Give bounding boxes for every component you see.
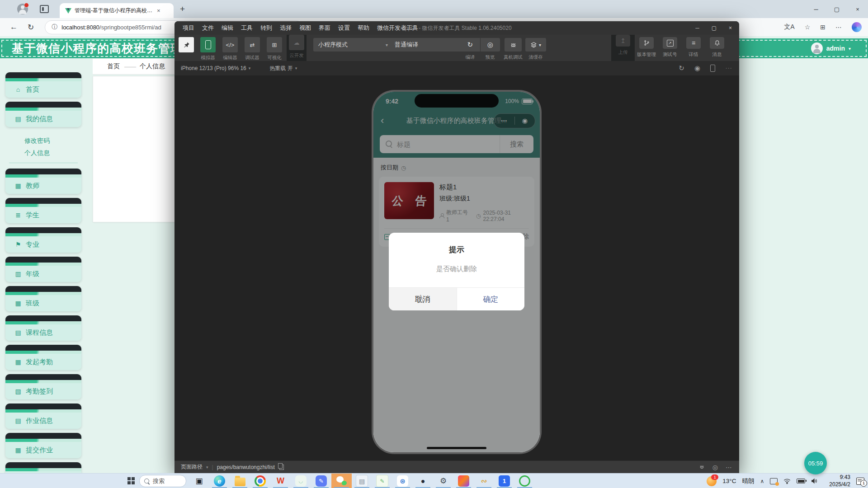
taskbar-app-icon[interactable]: W — [270, 474, 291, 488]
device-selector[interactable]: iPhone 12/13 (Pro) 96% 16 — [181, 65, 246, 71]
menu-item[interactable]: 设置 — [338, 24, 350, 32]
simulator-refresh-icon[interactable]: ↻ — [679, 64, 684, 72]
editor-tool[interactable]: </> 编辑器 — [220, 37, 240, 61]
battery-tray-icon[interactable] — [797, 479, 805, 483]
sidebar-item[interactable]: ▤ 课程信息 — [5, 315, 81, 341]
details-tool[interactable]: ≡ 详情 — [682, 37, 705, 58]
menu-item[interactable]: 帮助 — [358, 24, 369, 32]
device-frame-icon[interactable] — [710, 65, 715, 72]
taskbar-app-icon[interactable]: ✎ — [372, 474, 392, 488]
devtools-close-button[interactable]: × — [729, 25, 732, 31]
favorites-star-icon[interactable]: ☆ — [805, 23, 811, 31]
cloud-dev-tool[interactable]: ☁ 云开发 — [287, 35, 307, 61]
sidebar-item[interactable]: ▦ 教师 — [5, 169, 81, 194]
refresh-button[interactable]: ↻ — [28, 23, 34, 32]
taskbar-app-icon[interactable]: ⊛ — [392, 474, 413, 488]
sidebar-item[interactable]: ▤ 作业信息 — [5, 404, 81, 429]
taskbar-app-icon[interactable]: ▤ — [352, 474, 372, 488]
mode-dropdown[interactable]: 小程序模式 ▾ — [313, 38, 392, 52]
browser-minimize-button[interactable]: ─ — [806, 6, 826, 13]
simulator-more-icon[interactable]: ⋯ — [725, 64, 732, 72]
sidebar-item[interactable]: ▦ 班级 — [5, 286, 81, 311]
remote-debug-button[interactable] — [505, 38, 522, 52]
debugger-tool[interactable]: ⇄ 调试器 — [242, 37, 262, 61]
menu-item[interactable]: 转到 — [260, 24, 272, 32]
sidebar-item[interactable]: ▦ 提交作业 — [5, 433, 81, 458]
devtools-maximize-button[interactable]: ▢ — [712, 25, 717, 31]
taskbar-app-icon[interactable]: ⚙ — [433, 474, 453, 488]
user-menu[interactable]: admin ▾ — [811, 38, 851, 58]
weather-temp[interactable]: 13°C — [722, 478, 736, 484]
sidebar-item[interactable]: ▦ 发起考勤 — [5, 345, 81, 370]
workspaces-icon[interactable] — [40, 5, 49, 13]
version-manage-tool[interactable]: 版本管理 — [635, 37, 658, 58]
taskbar-app-icon[interactable] — [331, 474, 352, 488]
collections-icon[interactable]: ⊞ — [820, 23, 826, 31]
status-more-icon[interactable]: ⋯ — [726, 464, 732, 471]
taskbar-app-icon[interactable]: e — [209, 474, 230, 488]
confirm-button[interactable]: 确定 — [457, 288, 525, 310]
speaker-icon[interactable] — [811, 478, 817, 484]
sidebar-item[interactable]: ▧ 考勤签到 — [5, 374, 81, 399]
display-tray-icon[interactable] — [770, 478, 778, 484]
copilot-icon[interactable] — [852, 22, 862, 32]
browser-maximize-button[interactable]: ▢ — [826, 6, 847, 13]
taskbar-app-icon[interactable]: ◡ — [291, 474, 311, 488]
breadcrumb-home[interactable]: 首页 — [107, 62, 120, 70]
taskbar-clock[interactable]: 9:43 2025/4/2 — [829, 474, 850, 488]
menu-item[interactable]: 文件 — [202, 24, 214, 32]
pin-button[interactable] — [179, 37, 194, 52]
taskbar-app-icon[interactable]: ▣ — [189, 474, 209, 488]
sidebar-item[interactable]: ▥ 年级 — [5, 257, 81, 282]
weather-desc[interactable]: 晴朗 — [742, 477, 754, 485]
sidebar-item[interactable]: ⌂ 首页 — [5, 72, 81, 98]
browser-close-button[interactable]: × — [847, 6, 868, 13]
translate-icon[interactable]: 文A — [784, 23, 794, 31]
taskbar-app-icon[interactable]: 1 — [494, 474, 514, 488]
menu-item[interactable]: 视图 — [299, 24, 311, 32]
start-button[interactable] — [127, 477, 135, 484]
menu-item[interactable]: 选择 — [280, 24, 292, 32]
taskbar-app-icon[interactable] — [514, 474, 535, 488]
copy-icon[interactable] — [279, 465, 284, 470]
back-button[interactable]: ← — [10, 23, 18, 32]
clear-cache-button[interactable]: ▾ — [525, 38, 546, 52]
browser-profile-avatar[interactable] — [17, 4, 28, 14]
test-account-tool[interactable]: ↗ 测试号 — [658, 37, 682, 58]
page-path-label[interactable]: 页面路径 — [181, 463, 203, 471]
sidebar-item[interactable]: ≣ 学生 — [5, 198, 81, 223]
tab-close-icon[interactable]: × — [157, 7, 160, 14]
compile-mode-dropdown[interactable]: 普通编译 ▾ — [390, 38, 467, 52]
menu-item[interactable]: 微信开发者工具 — [377, 24, 418, 32]
upload-tool[interactable]: ↥ 上传 — [611, 35, 635, 61]
taskbar-app-icon[interactable] — [230, 474, 250, 488]
taskbar-app-icon[interactable] — [453, 474, 474, 488]
taskbar-app-icon[interactable] — [250, 474, 270, 488]
record-icon[interactable]: ◉ — [694, 64, 700, 72]
sidebar-item-partial[interactable] — [5, 462, 81, 473]
weather-icon[interactable]: 1 — [707, 476, 717, 486]
bug-icon[interactable] — [699, 464, 705, 470]
eye-icon[interactable]: ◎ — [712, 464, 718, 471]
compile-button[interactable]: ↻ — [460, 38, 481, 52]
browser-tab[interactable]: 管理端-基于微信小程序的高校班… × — [60, 3, 174, 18]
taskbar-app-icon[interactable]: ● — [413, 474, 433, 488]
sidebar-item[interactable]: ▤ 我的信息 — [5, 102, 81, 127]
taskbar-app-icon[interactable]: ✎ — [311, 474, 331, 488]
simulator-tool[interactable]: 模拟器 — [198, 37, 218, 61]
site-info-icon[interactable]: ⓘ — [52, 23, 57, 31]
hidden-icons-chevron[interactable]: ∧ — [760, 478, 764, 484]
visualize-tool[interactable]: ⊞ 可视化 — [264, 37, 284, 61]
wifi-icon[interactable] — [783, 479, 791, 484]
menu-item[interactable]: 工具 — [241, 24, 253, 32]
taskbar-app-icon[interactable]: ∾ — [474, 474, 494, 488]
sidebar-subitem-personal-info[interactable]: 个人信息 — [5, 147, 81, 159]
taskbar-search[interactable]: 搜索 — [139, 475, 186, 487]
sidebar-item[interactable]: ⚑ 专业 — [5, 227, 81, 253]
preview-button[interactable]: ◎ — [481, 38, 500, 52]
menu-item[interactable]: 编辑 — [222, 24, 233, 32]
hot-reload-toggle[interactable]: 热重载 开 — [269, 65, 292, 72]
messages-tool[interactable]: 消息 — [705, 37, 729, 58]
action-center-icon[interactable]: 1 — [856, 478, 864, 485]
devtools-minimize-button[interactable]: ─ — [695, 25, 699, 31]
